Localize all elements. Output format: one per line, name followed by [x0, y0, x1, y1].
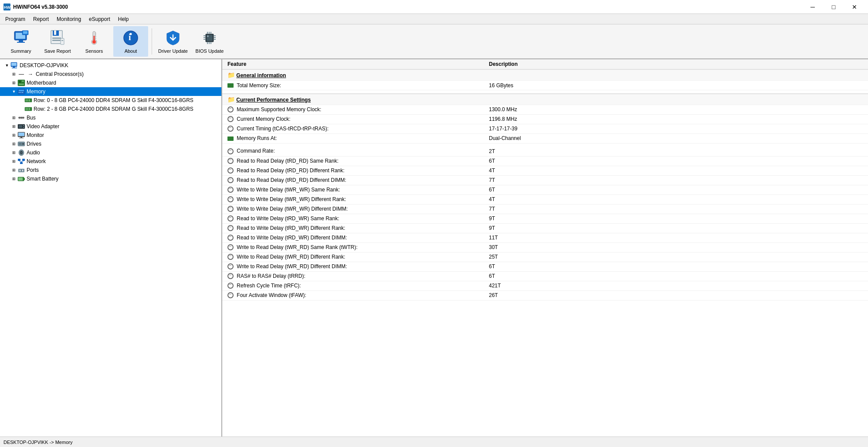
- about-button[interactable]: i About: [113, 26, 148, 57]
- tree-item-bus[interactable]: ⊞ Bus: [0, 113, 221, 122]
- expander-gpu[interactable]: ⊞: [10, 123, 17, 130]
- expander-cpu[interactable]: ⊞: [10, 71, 17, 78]
- expander-memory[interactable]: ▼: [10, 88, 17, 95]
- expander-bus[interactable]: ⊞: [10, 114, 17, 121]
- tree-monitor-label: Monitor: [27, 132, 44, 138]
- tree-item-row2[interactable]: Row: 2 - 8 GB PC4-24000 DDR4 SDRAM G Ski…: [0, 105, 221, 113]
- tree-item-memory[interactable]: ▼ Memory: [0, 87, 221, 96]
- table-row: Read to Write Delay (tRD_WR) Same Rank: …: [222, 214, 868, 223]
- table-row: Write to Read Delay (tWR_RD) Different D…: [222, 262, 868, 271]
- summary-button[interactable]: Summary: [3, 26, 38, 57]
- tree-bus-label: Bus: [27, 115, 36, 121]
- expander-audio[interactable]: ⊞: [10, 149, 17, 156]
- cpu-icon: —: [17, 70, 25, 78]
- tree-item-ports[interactable]: ⊞ Ports: [0, 166, 221, 174]
- general-info-title[interactable]: General information: [236, 72, 286, 78]
- menu-program[interactable]: Program: [2, 15, 29, 23]
- circle-icon-9: [227, 196, 234, 202]
- tree-item-cpu[interactable]: ⊞ — → Central Processor(s): [0, 70, 221, 78]
- svg-line-84: [19, 161, 21, 162]
- svg-rect-43: [11, 63, 17, 66]
- feature-wr-rd-same: Write to Read Delay (tWR_RD) Same Rank (…: [237, 244, 357, 250]
- ports-icon: [17, 166, 25, 174]
- svg-rect-45: [12, 68, 17, 68]
- svg-rect-81: [22, 159, 25, 161]
- status-text: DESKTOP-OJPVIKK -> Memory: [3, 440, 72, 445]
- expander-mb[interactable]: ⊞: [10, 79, 17, 86]
- close-button[interactable]: ✕: [844, 1, 865, 13]
- menu-monitoring[interactable]: Monitoring: [53, 15, 85, 23]
- expander-drives[interactable]: ⊞: [10, 140, 17, 147]
- table-row: Write to Write Delay (tWR_WR) Different …: [222, 204, 868, 214]
- feature-max-clock: Maximum Supported Memory Clock:: [237, 106, 321, 113]
- expander-row2[interactable]: [17, 106, 24, 113]
- current-perf-title[interactable]: Current Performance Settings: [236, 97, 311, 103]
- ramstick2-icon: [24, 105, 32, 113]
- minimize-button[interactable]: ─: [803, 1, 823, 13]
- menu-report[interactable]: Report: [30, 15, 52, 23]
- desc-rd-rd-diff-rank: 4T: [484, 166, 868, 175]
- svg-rect-73: [19, 138, 24, 138]
- maximize-button[interactable]: □: [824, 1, 844, 13]
- expander-network[interactable]: ⊞: [10, 158, 17, 165]
- bios-update-label: BIOS Update: [196, 48, 224, 54]
- svg-point-18: [92, 40, 96, 44]
- svg-rect-12: [52, 40, 61, 41]
- feature-rd-wr-same: Read to Write Delay (tRD_WR) Same Rank:: [237, 215, 339, 222]
- svg-rect-33: [214, 37, 216, 38]
- svg-rect-61: [27, 108, 28, 110]
- svg-rect-37: [210, 32, 211, 34]
- svg-point-25: [130, 33, 132, 35]
- feature-rd-rd-diff-rank: Read to Read Delay (tRD_RD) Different Ra…: [237, 167, 344, 174]
- sensors-button[interactable]: Sensors: [77, 26, 112, 57]
- expander-ports[interactable]: ⊞: [10, 167, 17, 174]
- svg-rect-82: [20, 162, 23, 164]
- menu-esupport[interactable]: eSupport: [85, 15, 114, 23]
- expander-row0[interactable]: [17, 97, 24, 104]
- table-row: Read to Read Delay (tRD_RD) Different DI…: [222, 175, 868, 185]
- svg-rect-52: [19, 92, 20, 93]
- expander-battery[interactable]: ⊞: [10, 175, 17, 182]
- tree-memory-label: Memory: [27, 89, 45, 95]
- battery-icon: [17, 175, 25, 183]
- circle-icon-14: [227, 244, 234, 250]
- svg-rect-86: [18, 169, 24, 172]
- feature-ras-rrd: RAS# to RAS# Delay (tRRD):: [237, 273, 305, 279]
- svg-point-75: [22, 143, 24, 145]
- expander-monitor[interactable]: ⊞: [10, 132, 17, 139]
- tree-item-drives[interactable]: ⊞ Drives: [0, 140, 221, 148]
- svg-rect-7: [23, 31, 27, 34]
- circle-icon-5: [227, 158, 234, 164]
- tree-item-gpu[interactable]: ⊞ Video Adapter: [0, 122, 221, 131]
- tree-item-network[interactable]: ⊞ Network: [0, 157, 221, 166]
- tree-item-audio[interactable]: ⊞ Audio: [0, 148, 221, 157]
- driver-update-button[interactable]: Driver Update: [156, 26, 190, 57]
- tree-item-root[interactable]: ▼ DESKTOP-OJPVIKK: [0, 61, 221, 70]
- feature-tfaw: Four Activate Window (tFAW):: [237, 292, 306, 298]
- desc-max-clock: 1300.0 MHz: [484, 105, 868, 114]
- tree-item-row0[interactable]: Row: 0 - 8 GB PC4-24000 DDR4 SDRAM G Ski…: [0, 96, 221, 105]
- feature-cmd-rate: Command Rate:: [237, 148, 275, 154]
- folder-icon-perf: 📁: [227, 96, 235, 103]
- expander-root[interactable]: ▼: [3, 62, 10, 69]
- tree-item-battery[interactable]: ⊞ Smart Battery: [0, 174, 221, 183]
- desc-rd-wr-diff-dimm: 11T: [484, 233, 868, 242]
- save-report-button[interactable]: Save Report: [40, 26, 75, 57]
- bios-update-icon: [201, 29, 218, 47]
- svg-rect-60: [26, 108, 27, 110]
- menu-help[interactable]: Help: [115, 15, 132, 23]
- svg-rect-48: [22, 81, 24, 82]
- svg-rect-50: [18, 89, 25, 94]
- detail-panel: Feature Description 📁 General informatio…: [222, 59, 868, 437]
- menu-bar: Program Report Monitoring eSupport Help: [0, 14, 868, 24]
- svg-rect-10: [54, 31, 56, 35]
- svg-rect-38: [207, 42, 208, 44]
- svg-rect-29: [203, 35, 206, 36]
- bios-update-button[interactable]: BIOS Update: [192, 26, 227, 57]
- svg-rect-30: [203, 37, 206, 38]
- tree-item-monitor[interactable]: ⊞ Monitor: [0, 131, 221, 140]
- svg-text:HW: HW: [4, 5, 10, 10]
- svg-rect-91: [18, 177, 23, 181]
- table-row: Write to Read Delay (tWR_RD) Same Rank (…: [222, 242, 868, 252]
- tree-item-mb[interactable]: ⊞ Motherboard: [0, 78, 221, 87]
